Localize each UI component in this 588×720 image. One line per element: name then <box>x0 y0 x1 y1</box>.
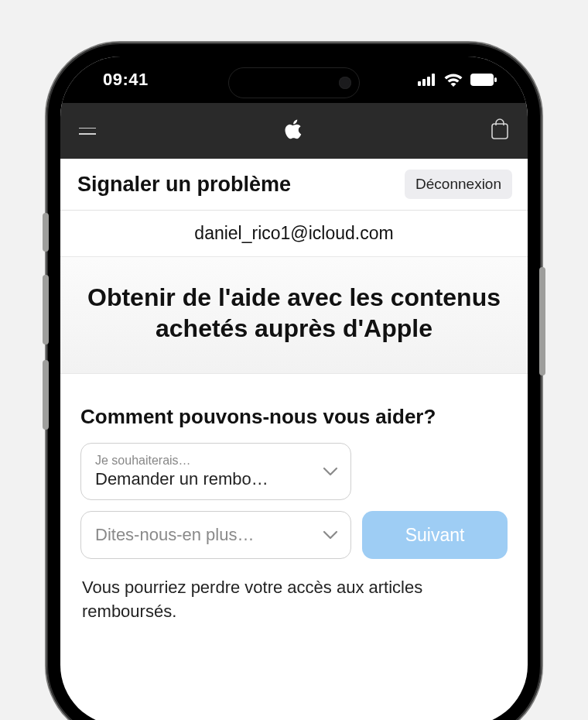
select-label: Je souhaiterais… <box>95 454 268 468</box>
side-button-vol-down <box>43 360 49 430</box>
select-value: Demander un rembo… <box>95 469 268 489</box>
side-button-vol-up <box>43 275 49 345</box>
side-button-power <box>539 267 545 375</box>
logout-button[interactable]: Déconnexion <box>405 170 512 199</box>
dynamic-island <box>228 67 360 98</box>
page-header: Signaler un problème Déconnexion <box>60 159 528 211</box>
form-heading: Comment pouvons-nous vous aider? <box>80 405 508 429</box>
status-bar: 09:41 <box>60 57 528 103</box>
chevron-down-icon <box>323 530 338 540</box>
request-type-select[interactable]: Je souhaiterais… Demander un rembo… <box>80 443 351 500</box>
phone-frame: 09:41 <box>46 43 542 720</box>
select-placeholder: Dites-nous-en plus… <box>95 525 254 545</box>
status-time: 09:41 <box>103 70 149 90</box>
svg-rect-1 <box>422 79 426 86</box>
status-icons <box>418 73 497 87</box>
side-button-mute <box>43 213 49 252</box>
svg-rect-4 <box>470 74 494 86</box>
battery-icon <box>470 74 497 86</box>
form-section: Comment pouvons-nous vous aider? Je souh… <box>60 374 528 624</box>
svg-rect-5 <box>494 77 497 82</box>
page-title: Signaler un problème <box>77 173 291 197</box>
next-button[interactable]: Suivant <box>362 511 508 559</box>
cellular-icon <box>418 74 436 86</box>
svg-rect-3 <box>432 74 435 86</box>
camera-dot <box>339 77 351 89</box>
disclaimer-text: Vous pourriez perdre votre accès aux art… <box>80 570 508 624</box>
svg-rect-6 <box>492 124 508 139</box>
reason-select[interactable]: Dites-nous-en plus… <box>80 511 351 559</box>
menu-icon[interactable] <box>79 128 96 135</box>
nav-bar <box>60 103 528 159</box>
svg-rect-2 <box>427 77 430 86</box>
account-email: daniel_rico1@icloud.com <box>60 211 528 257</box>
screen: 09:41 <box>60 57 528 720</box>
hero-section: Obtenir de l'aide avec les contenus ache… <box>60 257 528 374</box>
wifi-icon <box>444 73 463 87</box>
chevron-down-icon <box>323 467 338 476</box>
shopping-bag-icon[interactable] <box>491 118 509 143</box>
hero-title: Obtenir de l'aide avec les contenus ache… <box>82 282 506 344</box>
apple-logo-icon[interactable] <box>283 118 303 144</box>
svg-rect-0 <box>418 81 421 86</box>
